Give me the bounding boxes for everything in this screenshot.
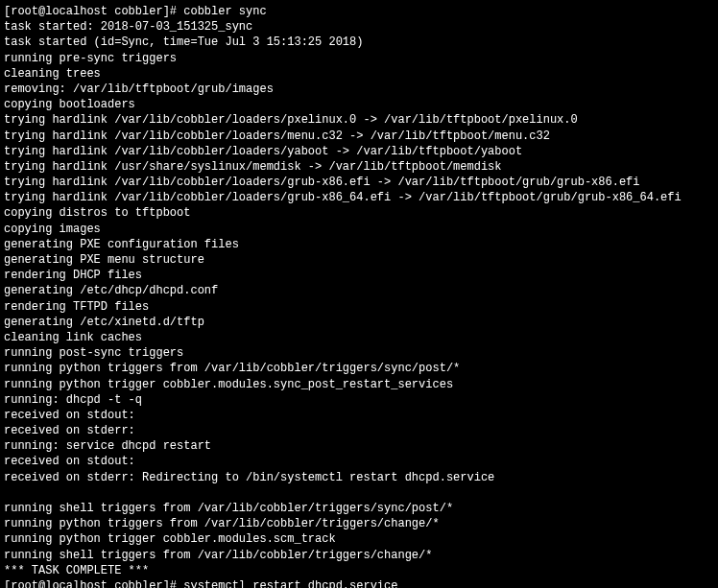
output-line: task started: 2018-07-03_151325_sync — [4, 19, 714, 35]
output-line: running shell triggers from /var/lib/cob… — [4, 548, 714, 563]
command-line-1: [root@localhost cobbler]# cobbler sync — [4, 4, 714, 19]
output-line: task started (id=Sync, time=Tue Jul 3 15… — [4, 35, 714, 50]
output-line: trying hardlink /var/lib/cobbler/loaders… — [4, 129, 714, 144]
output-line: trying hardlink /var/lib/cobbler/loaders… — [4, 190, 714, 205]
output-line: trying hardlink /var/lib/cobbler/loaders… — [4, 175, 714, 190]
command-text: cobbler sync — [183, 5, 266, 18]
terminal-output: task started: 2018-07-03_151325_synctask… — [4, 19, 714, 578]
output-line: generating /etc/xinetd.d/tftp — [4, 315, 714, 330]
output-line: running post-sync triggers — [4, 345, 714, 361]
output-line: removing: /var/lib/tftpboot/grub/images — [4, 82, 714, 97]
output-line: trying hardlink /var/lib/cobbler/loaders… — [4, 144, 714, 159]
command-line-2: [root@localhost cobbler]# systemctl rest… — [4, 578, 714, 588]
output-line: generating PXE configuration files — [4, 237, 714, 252]
terminal-window[interactable]: [root@localhost cobbler]# cobbler sync t… — [4, 4, 714, 588]
output-line: *** TASK COMPLETE *** — [4, 563, 714, 578]
output-line: rendering DHCP files — [4, 268, 714, 283]
output-line: running: service dhcpd restart — [4, 438, 714, 454]
output-line: running python trigger cobbler.modules.s… — [4, 531, 714, 547]
output-line: running python triggers from /var/lib/co… — [4, 361, 714, 376]
output-line: cleaning trees — [4, 66, 714, 82]
output-line: copying distros to tftpboot — [4, 205, 714, 221]
output-line: received on stderr: Redirecting to /bin/… — [4, 470, 714, 485]
output-line: rendering TFTPD files — [4, 299, 714, 315]
output-line: running python trigger cobbler.modules.s… — [4, 377, 714, 392]
output-line: received on stdout: — [4, 408, 714, 423]
output-line: received on stdout: — [4, 454, 714, 469]
output-line: cleaning link caches — [4, 330, 714, 345]
output-line: received on stderr: — [4, 423, 714, 438]
output-line: running python triggers from /var/lib/co… — [4, 516, 714, 531]
command-text: systemctl restart dhcpd.service — [183, 579, 397, 588]
output-line: running: dhcpd -t -q — [4, 392, 714, 408]
output-line: running shell triggers from /var/lib/cob… — [4, 501, 714, 516]
output-line: generating /etc/dhcp/dhcpd.conf — [4, 283, 714, 298]
shell-prompt: [root@localhost cobbler]# — [4, 5, 183, 18]
output-line: generating PXE menu structure — [4, 252, 714, 268]
output-line — [4, 485, 714, 501]
output-line: trying hardlink /var/lib/cobbler/loaders… — [4, 112, 714, 128]
output-line: copying images — [4, 222, 714, 237]
output-line: trying hardlink /usr/share/syslinux/memd… — [4, 159, 714, 175]
output-line: running pre-sync triggers — [4, 51, 714, 66]
output-line: copying bootloaders — [4, 97, 714, 112]
shell-prompt: [root@localhost cobbler]# — [4, 579, 183, 588]
